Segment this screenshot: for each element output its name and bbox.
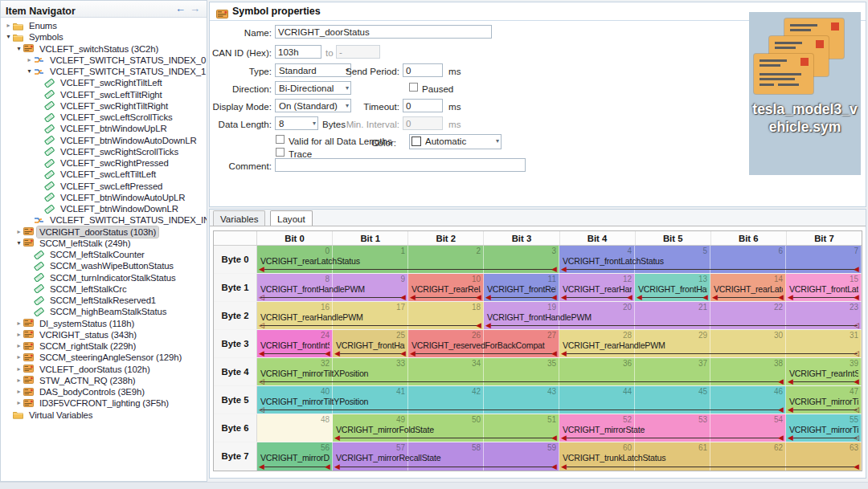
variable-label[interactable]: VCRIGHT_mirrorTiltXPosition: [257, 369, 783, 378]
chevron-expanded-icon[interactable]: ▾: [14, 43, 23, 55]
tree-item[interactable]: VCLEFT_swcRightScrollTicks: [1, 146, 207, 157]
chevron-collapsed-icon[interactable]: ▸: [14, 318, 23, 329]
variable-label[interactable]: VCRIGHT_mirrorTiltYPosition: [257, 397, 783, 406]
tab-variables[interactable]: Variables: [213, 210, 265, 226]
variable-label[interactable]: VCRIGHT_frontLatchS...: [786, 284, 858, 294]
variable-label[interactable]: VCRIGHT_frontLatchStatus: [559, 256, 858, 266]
name-input[interactable]: [275, 25, 492, 39]
tree-item[interactable]: VCLEFT_SWITCH_STATUS_INDEX_INVAL: [1, 214, 207, 226]
tree-item[interactable]: ▸Enums: [1, 20, 207, 31]
tree-item[interactable]: ▸SCCM_steeringAngleSensor (129h): [1, 352, 207, 363]
tree-item[interactable]: ▾Symbols: [1, 31, 207, 43]
direction-select[interactable]: Bi-Directional▾: [275, 81, 351, 95]
chevron-collapsed-icon[interactable]: ▸: [14, 364, 23, 375]
tree-item[interactable]: ▸VCLEFT_doorStatus (102h): [1, 364, 207, 375]
tree-item[interactable]: ▸DAS_bodyControls (3E9h): [1, 386, 207, 397]
filled-arrow-icon: ◀: [334, 463, 340, 471]
tree-item[interactable]: VCLEFT_btnWindowAutoDownLR: [1, 135, 207, 146]
variable-label[interactable]: VCRIGHT_frontHandlePWM: [257, 284, 405, 294]
variable-label[interactable]: VCRIGHT_rearHandlePWM: [559, 340, 858, 350]
sym-file-icon[interactable]: tesla_model3_vehicle.sym: [749, 12, 861, 175]
tree-item[interactable]: VCLEFT_btnWindowAutoUpLR: [1, 192, 207, 203]
canid-input[interactable]: [275, 45, 321, 59]
tree-item[interactable]: ▾SCCM_leftStalk (249h): [1, 238, 207, 249]
tree-item[interactable]: VCLEFT_swcRightTiltRight: [1, 100, 207, 112]
comment-input[interactable]: [275, 158, 526, 172]
variable-label[interactable]: VCRIGHT_rearLatchSw...: [710, 284, 783, 294]
variable-label[interactable]: VCRIGHT_mirrorDipp...: [257, 453, 330, 463]
bit-cell[interactable]: 48: [257, 414, 333, 442]
tree-item[interactable]: SCCM_leftStalkCrc: [1, 283, 207, 295]
tree-item[interactable]: SCCM_leftStalkReserved1: [1, 295, 207, 306]
tab-layout[interactable]: Layout: [270, 210, 313, 226]
timeout-input[interactable]: [403, 99, 443, 112]
chevron-expanded-icon[interactable]: ▾: [25, 66, 34, 77]
chevron-collapsed-icon[interactable]: ▸: [14, 226, 23, 238]
byte-row: Byte 756VCRIGHT_mirrorDipp...◀◀575859VCR…: [214, 442, 862, 471]
color-select[interactable]: Automatic▾: [409, 134, 502, 149]
variable-label[interactable]: VCRIGHT_reservedForBackCompat: [408, 340, 556, 350]
chevron-collapsed-icon[interactable]: ▸: [14, 386, 23, 397]
tree-item[interactable]: Virtual Variables: [1, 410, 207, 421]
tree-item[interactable]: ▸ID3F5VCFRONT_lighting (3F5h): [1, 397, 207, 409]
tree-item[interactable]: SCCM_washWipeButtonStatus: [1, 260, 207, 271]
tree-item[interactable]: VCLEFT_swcRightPressed: [1, 157, 207, 169]
paused-checkbox[interactable]: [409, 83, 418, 92]
chevron-collapsed-icon[interactable]: ▸: [14, 397, 23, 409]
min-interval-input[interactable]: [403, 116, 443, 130]
tree-item[interactable]: VCLEFT_swcLeftTiltRight: [1, 89, 207, 100]
display-mode-select[interactable]: On (Standard)▾: [275, 99, 351, 112]
data-length-select[interactable]: 8▾: [275, 116, 318, 130]
bit-number: 36: [623, 359, 632, 368]
variable-label[interactable]: VCRIGHT_mirrorTiltXP...: [786, 397, 858, 406]
tree-item[interactable]: ▸VCLEFT_SWITCH_STATUS_INDEX_0: [1, 55, 207, 66]
tree-item[interactable]: VCLEFT_swcLeftPressed: [1, 181, 207, 192]
chevron-collapsed-icon[interactable]: ▸: [14, 375, 23, 386]
variable-label[interactable]: VCRIGHT_rearRelActu...: [408, 284, 481, 294]
variable-label[interactable]: VCRIGHT_rearHandle...: [559, 284, 632, 294]
tree-item[interactable]: SCCM_leftStalkCounter: [1, 249, 207, 260]
tree-item[interactable]: ▾VCLEFT_SWITCH_STATUS_INDEX_1: [1, 66, 207, 77]
tree-item[interactable]: ▸VCRIGHT_status (343h): [1, 329, 207, 340]
tree-item[interactable]: VCLEFT_swcLeftTiltLeft: [1, 169, 207, 180]
variable-label[interactable]: VCRIGHT_mirrorTiltYP...: [786, 425, 858, 434]
tree-item-label: VCLEFT_SWITCH_STATUS_INDEX_INVAL: [47, 214, 207, 226]
chevron-expanded-icon[interactable]: ▾: [14, 238, 23, 249]
tree-item[interactable]: VCLEFT_btnWindowUpLR: [1, 123, 207, 134]
variable-label[interactable]: VCRIGHT_frontHandlePWM: [484, 312, 858, 322]
tree-item[interactable]: ▸SCCM_rightStalk (229h): [1, 340, 207, 352]
variable-label[interactable]: VCRIGHT_rearIntSwitc...: [786, 369, 858, 378]
variable-label[interactable]: VCRIGHT_rearLatchStatus: [257, 256, 556, 266]
variable-label[interactable]: VCRIGHT_mirrorRecallState: [333, 453, 556, 463]
tree-item[interactable]: ▸VCRIGHT_doorStatus (103h): [1, 226, 207, 238]
variable-label[interactable]: VCRIGHT_trunkLatchStatus: [559, 453, 858, 463]
variable-label[interactable]: VCRIGHT_rearHandlePWM: [257, 312, 481, 322]
chevron-collapsed-icon[interactable]: ▸: [14, 352, 23, 363]
chevron-collapsed-icon[interactable]: ▸: [14, 340, 23, 352]
send-period-input[interactable]: [403, 63, 443, 77]
chevron-collapsed-icon[interactable]: ▸: [4, 20, 13, 31]
chevron-expanded-icon[interactable]: ▾: [4, 31, 13, 43]
tree-item[interactable]: ▸STW_ACTN_RQ (238h): [1, 375, 207, 386]
tree-item[interactable]: SCCM_turnIndicatorStalkStatus: [1, 272, 207, 283]
navigate-forward-icon[interactable]: →: [190, 2, 200, 14]
variable-label[interactable]: VCRIGHT_frontHandle...: [635, 284, 707, 294]
tree-item[interactable]: VCLEFT_swcRightTiltLeft: [1, 77, 207, 88]
valid-all-lengths-checkbox[interactable]: [276, 135, 285, 144]
chevron-collapsed-icon[interactable]: ▸: [25, 55, 34, 66]
tree-item[interactable]: ▾VCLEFT_switchStatus (3C2h): [1, 43, 207, 55]
variable-label[interactable]: VCRIGHT_mirrorState: [559, 425, 783, 434]
variable-label[interactable]: VCRIGHT_mirrorFoldState: [333, 425, 556, 434]
trace-checkbox[interactable]: [276, 148, 285, 157]
variable-label[interactable]: VCRIGHT_frontRelAct...: [484, 284, 556, 294]
tree-item[interactable]: SCCM_highBeamStalkStatus: [1, 306, 207, 317]
canid-to-input[interactable]: [336, 45, 380, 59]
tree-item[interactable]: VCLEFT_swcLeftScrollTicks: [1, 112, 207, 123]
variable-label[interactable]: VCRIGHT_frontHandle...: [333, 340, 405, 350]
hollow-arrow-icon: ◁: [854, 434, 859, 442]
tree-item[interactable]: ▸DI_systemStatus (118h): [1, 318, 207, 329]
navigate-back-icon[interactable]: ←: [175, 2, 186, 14]
tree-item[interactable]: VCLEFT_btnWindowDownLR: [1, 203, 207, 214]
chevron-collapsed-icon[interactable]: ▸: [14, 329, 23, 340]
variable-label[interactable]: VCRIGHT_frontIntSwit...: [257, 340, 330, 350]
